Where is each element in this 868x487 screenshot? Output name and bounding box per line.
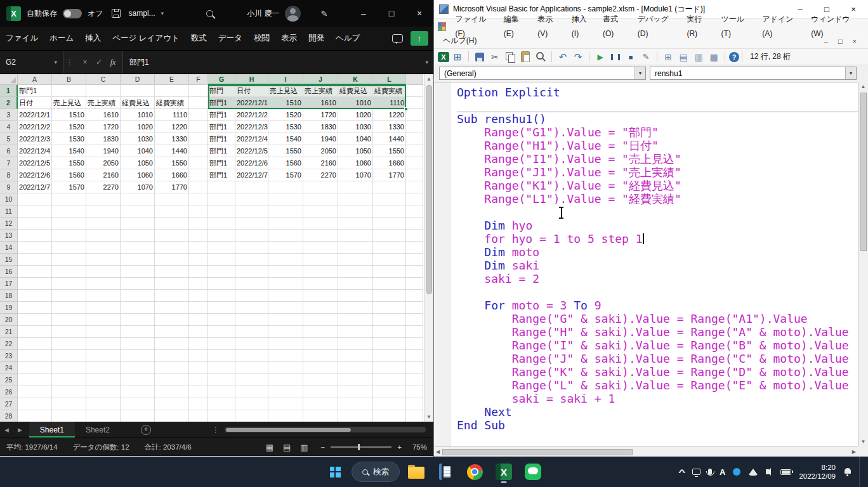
cell-I17[interactable] — [268, 278, 303, 290]
cell-F26[interactable] — [189, 386, 208, 398]
cell-A13[interactable] — [18, 230, 52, 242]
cell-H23[interactable] — [235, 350, 268, 362]
cell-B6[interactable]: 1540 — [52, 145, 86, 157]
maximize-button[interactable]: □ — [378, 0, 405, 27]
cell-B1[interactable] — [52, 85, 86, 97]
module-minimize-button[interactable]: – — [824, 37, 828, 45]
cell-F9[interactable] — [189, 181, 208, 193]
code-line-21[interactable]: Range("J" & saki).Value = Range("C" & mo… — [457, 352, 858, 365]
cell-J27[interactable] — [303, 398, 338, 410]
cell-L11[interactable] — [373, 205, 406, 218]
cell-E9[interactable]: 1770 — [155, 181, 189, 193]
cell-A27[interactable] — [18, 398, 52, 410]
zoom-slider[interactable] — [331, 446, 391, 448]
cell-H18[interactable] — [235, 290, 268, 302]
procedure-dropdown[interactable]: renshu1 ▾ — [650, 67, 857, 80]
cell-I22[interactable] — [268, 338, 303, 350]
fill-handle[interactable] — [404, 107, 408, 111]
cell-H28[interactable] — [235, 410, 268, 422]
cell-B9[interactable]: 1570 — [52, 181, 86, 193]
cell-I25[interactable] — [268, 374, 303, 386]
cell-M13[interactable] — [406, 230, 423, 242]
cell-J8[interactable]: 2270 — [303, 169, 338, 181]
vba-scroll-up-icon[interactable]: ▲ — [861, 82, 866, 91]
select-all-corner[interactable] — [0, 74, 18, 85]
cell-A2[interactable]: 日付 — [18, 97, 52, 109]
cell-C9[interactable]: 2270 — [86, 181, 121, 193]
cell-H27[interactable] — [235, 398, 268, 410]
cell-E4[interactable]: 1220 — [155, 121, 189, 133]
cell-E18[interactable] — [155, 290, 189, 302]
cell-K26[interactable] — [338, 386, 373, 398]
cell-F8[interactable] — [189, 169, 208, 181]
cell-M14[interactable] — [406, 242, 423, 254]
cell-E27[interactable] — [155, 398, 189, 410]
column-header-H[interactable]: H — [235, 74, 268, 85]
cell-K8[interactable]: 1070 — [338, 169, 373, 181]
sheet-tab-sheet1[interactable]: Sheet1 — [29, 422, 75, 438]
column-header-C[interactable]: C — [86, 74, 121, 85]
scroll-up-icon[interactable]: ▲ — [426, 74, 431, 84]
cell-F1[interactable] — [189, 85, 208, 97]
cell-A8[interactable]: 2022/12/6 — [18, 169, 52, 181]
cell-M28[interactable] — [406, 410, 423, 422]
cell-C3[interactable]: 1610 — [86, 109, 121, 121]
cell-B4[interactable]: 1520 — [52, 121, 86, 133]
cell-F12[interactable] — [189, 218, 208, 230]
column-header-D[interactable]: D — [121, 74, 155, 85]
cell-J17[interactable] — [303, 278, 338, 290]
cell-M12[interactable] — [406, 218, 423, 230]
row-header-14[interactable]: 14 — [0, 242, 18, 254]
cell-G18[interactable] — [208, 290, 235, 302]
code-line-23[interactable]: Range("L" & saki).Value = Range("E" & mo… — [457, 379, 858, 392]
ribbon-tab-2[interactable]: 挿入 — [79, 27, 107, 50]
ribbon-tab-6[interactable]: 校閲 — [248, 27, 275, 50]
cell-F10[interactable] — [189, 193, 208, 205]
cell-J12[interactable] — [303, 218, 338, 230]
cell-B2[interactable]: 売上見込 — [52, 97, 86, 109]
vba-menu-item-8[interactable]: アドイン(A) — [757, 12, 806, 41]
cell-D7[interactable]: 1050 — [121, 157, 155, 169]
cell-G3[interactable]: 部門1 — [208, 109, 235, 121]
cell-B8[interactable]: 1560 — [52, 169, 86, 181]
vba-vertical-scrollbar[interactable]: ▲ ▼ — [858, 82, 868, 446]
cell-G27[interactable] — [208, 398, 235, 410]
ribbon-tab-1[interactable]: ホーム — [44, 27, 79, 50]
vba-scroll-left-icon[interactable]: ◀ — [436, 447, 440, 457]
cell-D6[interactable]: 1040 — [121, 145, 155, 157]
taskbar-chrome-icon[interactable] — [462, 459, 487, 484]
cell-J1[interactable]: 売上実績 — [303, 85, 338, 97]
zoom-in-icon[interactable]: + — [397, 443, 402, 451]
copy-button[interactable] — [503, 51, 517, 63]
namebox-caret-icon[interactable]: ▾ — [54, 59, 57, 65]
cell-F14[interactable] — [189, 242, 208, 254]
cell-L6[interactable]: 1550 — [373, 145, 406, 157]
normal-view-icon[interactable]: ▦ — [266, 443, 273, 452]
cell-L21[interactable] — [373, 326, 406, 338]
cell-F28[interactable] — [189, 410, 208, 422]
cell-H10[interactable] — [235, 193, 268, 205]
cell-A20[interactable] — [18, 314, 52, 326]
cell-H21[interactable] — [235, 326, 268, 338]
cell-B26[interactable] — [52, 386, 86, 398]
file-name[interactable]: sampl... — [129, 9, 155, 18]
file-caret-icon[interactable]: ▾ — [161, 10, 164, 16]
cell-D20[interactable] — [121, 314, 155, 326]
cell-M25[interactable] — [406, 374, 423, 386]
cell-D19[interactable] — [121, 302, 155, 314]
cell-K3[interactable]: 1020 — [338, 109, 373, 121]
pencil-icon[interactable]: ✎ — [320, 9, 327, 18]
cell-A16[interactable] — [18, 266, 52, 278]
cell-J15[interactable] — [303, 254, 338, 266]
cell-M7[interactable] — [406, 157, 423, 169]
ribbon-tab-7[interactable]: 表示 — [275, 27, 303, 50]
cell-L24[interactable] — [373, 362, 406, 374]
code-line-22[interactable]: Range("K" & saki).Value = Range("D" & mo… — [457, 365, 858, 379]
cell-K17[interactable] — [338, 278, 373, 290]
cell-F23[interactable] — [189, 350, 208, 362]
cell-C7[interactable]: 2050 — [86, 157, 121, 169]
code-editor[interactable]: Option ExplicitSub renshu1() Range("G1")… — [434, 82, 858, 446]
cell-G9[interactable] — [208, 181, 235, 193]
code-line-11[interactable]: Dim hyo — [457, 219, 858, 232]
cell-G14[interactable] — [208, 242, 235, 254]
